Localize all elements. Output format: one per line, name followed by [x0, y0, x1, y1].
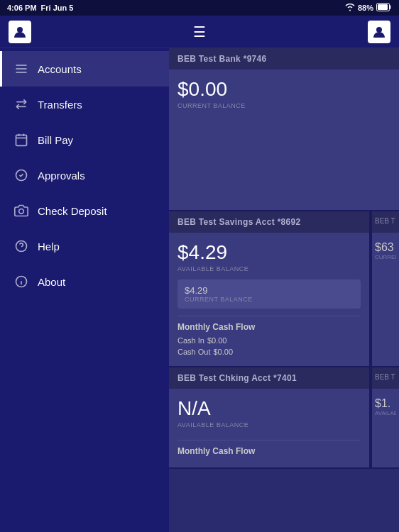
account-balance-label-9746: CURRENT BALANCE — [177, 102, 390, 109]
account-body-8692: $4.29 AVAILABLE BALANCE $4.29 CURRENT BA… — [169, 233, 369, 366]
sidebar: Accounts Transfers — [0, 48, 169, 532]
cash-flow-title-8692: Monthly Cash Flow — [177, 322, 361, 332]
sidebar-item-transfers[interactable]: Transfers — [0, 87, 169, 122]
current-balance-amount-8692: $4.29 — [185, 285, 354, 296]
sidebar-item-accounts[interactable]: Accounts — [0, 51, 169, 87]
partial-card-right-1: BEB T $63 CURREN — [371, 211, 399, 366]
hamburger-menu[interactable]: ☰ — [193, 23, 206, 40]
svg-point-5 — [376, 27, 382, 33]
partial-label-1: CURREN — [375, 254, 396, 260]
svg-point-3 — [17, 27, 23, 33]
cash-flow-7401: Monthly Cash Flow — [177, 440, 361, 456]
transfer-icon — [13, 96, 29, 112]
svg-point-16 — [19, 209, 24, 214]
account-balance-9746: $0.00 — [177, 78, 390, 101]
account-row-2: BEB Test Savings Acct *8692 $4.29 AVAILA… — [169, 211, 399, 367]
sidebar-item-approvals[interactable]: Approvals — [0, 157, 169, 193]
wifi-icon — [345, 4, 355, 13]
account-title-9746: BEB Test Bank *9746 — [169, 48, 399, 70]
account-title-7401: BEB Test Chking Acct *7401 — [169, 367, 369, 389]
app-header: ☰ — [0, 16, 399, 48]
account-balance-label-8692: AVAILABLE BALANCE — [177, 265, 361, 272]
battery-icon — [376, 3, 392, 13]
calendar-icon — [13, 132, 29, 148]
sidebar-item-about[interactable]: About — [0, 264, 169, 299]
account-body-7401: N/A AVAILABLE BALANCE Monthly Cash Flow — [169, 389, 369, 467]
battery-status: 88% — [358, 4, 373, 12]
svg-rect-1 — [378, 4, 388, 10]
partial-balance-1: $63 — [375, 241, 396, 254]
current-balance-label-8692: CURRENT BALANCE — [185, 296, 354, 303]
partial-label-2: AVAILAB — [375, 410, 396, 416]
main-layout: Accounts Transfers — [0, 48, 399, 532]
cash-flow-8692: Monthly Cash Flow Cash In $0.00 Cash Out… — [177, 316, 361, 358]
account-balance-label-7401: AVAILABLE BALANCE — [177, 421, 361, 428]
partial-card-right-2: BEB T $1. AVAILAB — [371, 367, 399, 467]
account-card-8692[interactable]: BEB Test Savings Acct *8692 $4.29 AVAILA… — [169, 211, 371, 366]
sidebar-label-checkdeposit: Check Deposit — [38, 205, 107, 217]
sidebar-label-about: About — [38, 276, 65, 288]
cash-in-value-8692: $0.00 — [207, 336, 227, 345]
status-bar: 4:06 PM Fri Jun 5 88% — [0, 0, 399, 16]
bank-logo-right — [368, 21, 390, 43]
camera-icon — [13, 203, 29, 218]
account-title-8692: BEB Test Savings Acct *8692 — [169, 211, 369, 233]
cash-out-row-8692: Cash Out $0.00 — [177, 346, 361, 358]
sidebar-item-billpay[interactable]: Bill Pay — [0, 122, 169, 157]
cash-flow-title-7401: Monthly Cash Flow — [177, 446, 361, 456]
account-balance-7401: N/A — [177, 397, 361, 420]
info-icon — [13, 274, 29, 289]
help-icon — [13, 238, 29, 254]
content-area: BEB Test Bank *9746 $0.00 CURRENT BALANC… — [169, 48, 399, 532]
sidebar-label-accounts: Accounts — [38, 63, 82, 75]
header-logo-left — [9, 21, 31, 43]
sidebar-label-help: Help — [38, 240, 60, 253]
check-circle-icon — [13, 167, 29, 183]
bank-logo-left — [9, 21, 31, 43]
sidebar-item-checkdeposit[interactable]: Check Deposit — [0, 193, 169, 228]
account-card-9746[interactable]: BEB Test Bank *9746 $0.00 CURRENT BALANC… — [169, 48, 399, 210]
status-time: 4:06 PM — [7, 4, 37, 12]
account-row-3: BEB Test Chking Acct *7401 N/A AVAILABLE… — [169, 367, 399, 469]
account-card-7401[interactable]: BEB Test Chking Acct *7401 N/A AVAILABLE… — [169, 367, 371, 467]
partial-title-2: BEB T — [375, 373, 396, 381]
partial-title-1: BEB T — [375, 217, 396, 225]
balance-detail-8692: $4.29 CURRENT BALANCE — [177, 279, 361, 309]
header-logo-right — [368, 21, 390, 43]
account-row-1: BEB Test Bank *9746 $0.00 CURRENT BALANC… — [169, 48, 399, 211]
sidebar-label-transfers: Transfers — [38, 99, 82, 111]
cash-out-value-8692: $0.00 — [213, 348, 233, 356]
partial-balance-2: $1. — [375, 397, 396, 410]
list-icon — [13, 61, 29, 77]
cash-in-row-8692: Cash In $0.00 — [177, 335, 361, 346]
status-date: Fri Jun 5 — [41, 4, 74, 12]
account-body-9746: $0.00 CURRENT BALANCE — [169, 70, 399, 210]
sidebar-item-help[interactable]: Help — [0, 228, 169, 264]
sidebar-label-billpay: Bill Pay — [38, 134, 73, 146]
account-balance-8692: $4.29 — [177, 241, 361, 264]
svg-rect-11 — [16, 135, 27, 145]
sidebar-label-approvals: Approvals — [38, 170, 85, 182]
